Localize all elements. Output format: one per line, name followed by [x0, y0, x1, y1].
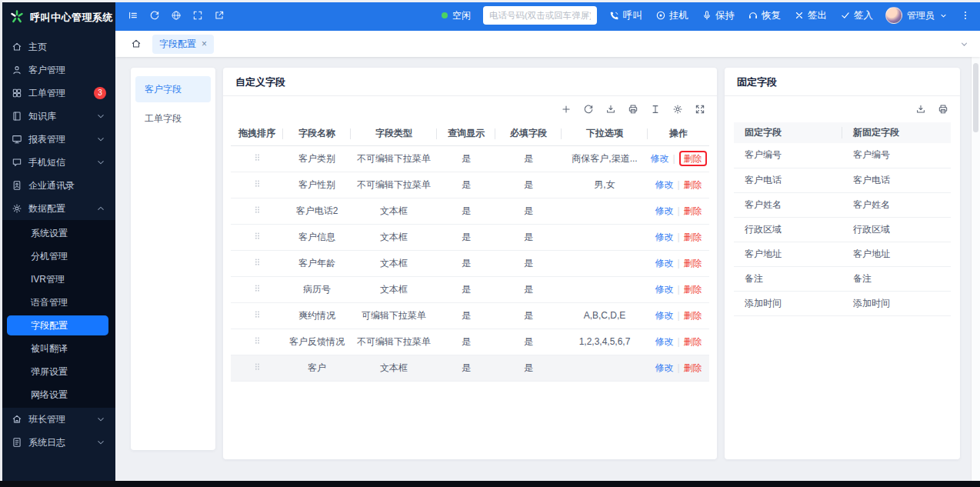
delete-link[interactable]: 删除	[684, 310, 702, 321]
tabbar: 字段配置 ×	[115, 31, 980, 57]
sidebar-item-3[interactable]: 知识库	[0, 105, 115, 128]
sidebar-subitem-系统设置[interactable]: 系统设置	[0, 222, 115, 245]
drag-handle-icon[interactable]	[253, 178, 262, 188]
query-display-cell: 是	[437, 302, 495, 329]
drag-handle-icon[interactable]	[253, 335, 262, 345]
edit-link[interactable]: 修改	[655, 232, 673, 242]
field-tab-客户字段[interactable]: 客户字段	[135, 76, 211, 102]
delete-link-highlighted[interactable]: 删除	[679, 151, 707, 166]
drag-handle-icon[interactable]	[253, 283, 262, 293]
topbar-left-icons	[123, 5, 229, 25]
edit-link[interactable]: 修改	[655, 258, 673, 269]
sidebar-item-5[interactable]: 手机短信	[0, 151, 115, 174]
status-dot-icon	[442, 12, 448, 18]
operations-cell: 修改|删除	[648, 276, 709, 302]
fixed-fields-card: 固定字段 固定字段新固定字段 客户编号客户编号客户电话客户电话客户姓名客户姓名行…	[725, 68, 960, 459]
contacts-icon	[12, 180, 22, 191]
sidebar-item-6[interactable]: 企业通讯录	[0, 174, 115, 197]
delete-link[interactable]: 删除	[684, 232, 702, 242]
call-button[interactable]: 呼叫	[609, 9, 642, 22]
sidebar-subitem-被叫翻译[interactable]: 被叫翻译	[0, 337, 115, 360]
column-header: 拖拽排序	[231, 122, 283, 145]
required-cell: 是	[495, 172, 562, 198]
sidebar-subitem-网络设置[interactable]: 网络设置	[0, 383, 115, 406]
table-row: 爽约情况可编辑下拉菜单是是A,B,C,D,E修改|删除	[231, 302, 709, 329]
sidebar-item-8[interactable]: 班长管理	[0, 408, 115, 431]
sidebar-subitem-字段配置[interactable]: 字段配置	[7, 315, 108, 335]
sidebar-item-7[interactable]: 数据配置	[0, 197, 115, 220]
sidebar-item-4[interactable]: 报表管理	[0, 128, 115, 151]
sidebar-item-label: 主页	[28, 41, 47, 54]
edit-link[interactable]: 修改	[655, 310, 673, 321]
expand-icon[interactable]	[695, 104, 705, 115]
more-options-button[interactable]	[960, 10, 971, 21]
delete-link[interactable]: 删除	[684, 362, 702, 373]
signout-button[interactable]: 签出	[794, 9, 827, 22]
download-icon[interactable]	[915, 104, 926, 115]
gear-icon[interactable]	[672, 104, 683, 115]
drag-handle-icon[interactable]	[253, 152, 262, 162]
fixed-field-cell: 客户编号	[734, 143, 842, 168]
plus-icon[interactable]	[561, 104, 572, 115]
phone-number-input[interactable]	[483, 6, 597, 25]
sidebar-item-9[interactable]: 系统日志	[0, 431, 115, 454]
hangup-button[interactable]: 挂机	[655, 9, 688, 22]
sidebar-menu: 主页客户管理工单管理3知识库报表管理手机短信企业通讯录数据配置系统设置分机管理I…	[0, 35, 115, 454]
sidebar: 呼叫中心管理系统 主页客户管理工单管理3知识库报表管理手机短信企业通讯录数据配置…	[0, 0, 115, 481]
sidebar-item-2[interactable]: 工单管理3	[0, 82, 115, 105]
sidebar-subitem-分机管理[interactable]: 分机管理	[0, 245, 115, 268]
tab-field-config[interactable]: 字段配置 ×	[152, 35, 214, 54]
delete-link[interactable]: 删除	[684, 258, 702, 269]
external-link-icon[interactable]	[209, 5, 229, 25]
field-name-cell: 客户年龄	[283, 250, 351, 276]
field-type-cell: 文本框	[351, 250, 437, 276]
row-height-icon[interactable]	[650, 104, 661, 115]
page-scrollbar[interactable]	[971, 57, 980, 481]
delete-link[interactable]: 删除	[684, 284, 702, 295]
resume-button[interactable]: 恢复	[748, 9, 781, 22]
download-icon[interactable]	[605, 104, 616, 115]
delete-link[interactable]: 删除	[684, 336, 702, 347]
user-menu[interactable]: 管理员	[885, 7, 948, 24]
delete-link[interactable]: 删除	[684, 205, 702, 216]
sidebar-subitem-弹屏设置[interactable]: 弹屏设置	[0, 360, 115, 383]
refresh-icon[interactable]	[583, 104, 594, 115]
tabbar-chevron-icon[interactable]	[959, 39, 969, 49]
edit-link[interactable]: 修改	[655, 362, 673, 373]
query-display-cell: 是	[437, 276, 495, 302]
query-display-cell: 是	[437, 355, 495, 381]
refresh-icon[interactable]	[145, 5, 165, 25]
tab-close-icon[interactable]: ×	[202, 39, 207, 48]
edit-link[interactable]: 修改	[655, 205, 673, 216]
drag-handle-icon[interactable]	[253, 205, 262, 215]
signin-button[interactable]: 签入	[840, 9, 873, 22]
field-tab-工单字段[interactable]: 工单字段	[135, 105, 211, 132]
sidebar-item-0[interactable]: 主页	[0, 35, 115, 58]
print-icon[interactable]	[628, 104, 638, 115]
print-icon[interactable]	[938, 104, 948, 115]
edit-link[interactable]: 修改	[655, 284, 673, 295]
drag-handle-icon[interactable]	[253, 309, 262, 319]
globe-icon[interactable]	[166, 5, 186, 25]
hold-button[interactable]: 保持	[702, 9, 735, 22]
user-icon	[12, 65, 22, 75]
app-title: 呼叫中心管理系统	[30, 11, 113, 25]
drag-handle-icon[interactable]	[253, 257, 262, 267]
drag-handle-icon[interactable]	[253, 362, 262, 372]
app-logo: 呼叫中心管理系统	[0, 0, 115, 35]
required-cell: 是	[495, 145, 562, 172]
sidebar-subitem-语音管理[interactable]: 语音管理	[0, 291, 115, 314]
sidebar-subitem-IVR管理[interactable]: IVR管理	[0, 268, 115, 291]
table-row: 客户性别不可编辑下拉菜单是是男,女修改|删除	[231, 172, 709, 198]
home-tab-icon[interactable]	[131, 38, 142, 49]
fullscreen-icon[interactable]	[188, 5, 208, 25]
edit-link[interactable]: 修改	[655, 336, 673, 347]
drag-handle-icon[interactable]	[253, 231, 262, 241]
edit-link[interactable]: 修改	[650, 153, 668, 164]
scrollbar-thumb[interactable]	[973, 63, 978, 132]
delete-link[interactable]: 删除	[684, 179, 702, 190]
edit-link[interactable]: 修改	[655, 179, 673, 190]
sidebar-item-1[interactable]: 客户管理	[0, 58, 115, 82]
collapse-menu-icon[interactable]	[123, 5, 143, 25]
table-row: 添加时间添加时间	[734, 291, 951, 315]
